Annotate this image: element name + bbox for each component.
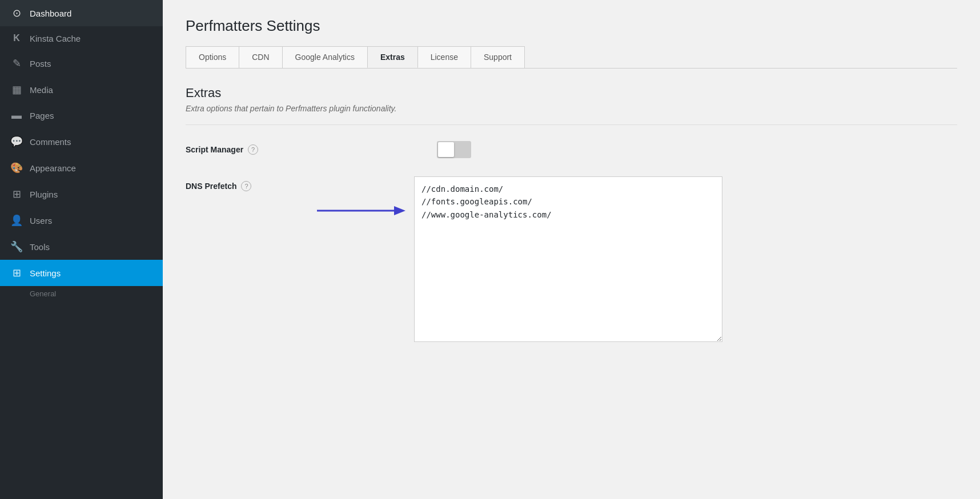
script-manager-label: Script Manager — [186, 145, 243, 154]
svg-marker-1 — [394, 206, 405, 215]
sidebar-label-kinsta: Kinsta Cache — [30, 34, 81, 43]
sidebar-label-posts: Posts — [30, 59, 51, 69]
toggle-knob — [438, 142, 454, 157]
sidebar-item-media[interactable]: ▦ Media — [0, 77, 163, 103]
dns-prefetch-label: DNS Prefetch — [186, 182, 236, 191]
tab-cdn[interactable]: CDN — [239, 46, 282, 68]
tab-license[interactable]: License — [417, 46, 471, 68]
tabs-bar: Options CDN Google Analytics Extras Lice… — [186, 46, 957, 69]
sidebar-label-plugins: Plugins — [30, 190, 58, 199]
sidebar-item-posts[interactable]: ✎ Posts — [0, 50, 163, 77]
section-description: Extra options that pertain to Perfmatter… — [186, 104, 957, 113]
sidebar-label-users: Users — [30, 216, 52, 226]
sidebar-item-dashboard[interactable]: ⊙ Dashboard — [0, 0, 163, 26]
script-manager-help-icon[interactable]: ? — [248, 144, 258, 155]
sidebar-label-settings: Settings — [30, 268, 61, 278]
tab-options[interactable]: Options — [186, 46, 239, 68]
sidebar-label-appearance: Appearance — [30, 163, 76, 173]
dns-prefetch-row: DNS Prefetch ? //cdn.domain.com/ //fonts… — [186, 176, 957, 342]
users-icon: 👤 — [10, 214, 23, 227]
posts-icon: ✎ — [10, 57, 23, 70]
sidebar-label-dashboard: Dashboard — [30, 9, 71, 18]
tab-support[interactable]: Support — [471, 46, 525, 68]
sidebar: ⊙ Dashboard K Kinsta Cache ✎ Posts ▦ Med… — [0, 0, 163, 499]
pages-icon: ▬ — [10, 110, 23, 122]
sidebar-item-appearance[interactable]: 🎨 Appearance — [0, 155, 163, 181]
main-content: Perfmatters Settings Options CDN Google … — [163, 0, 980, 499]
sidebar-label-pages: Pages — [30, 111, 54, 120]
sidebar-label-comments: Comments — [30, 137, 71, 147]
dns-arrow-icon — [317, 199, 408, 222]
sidebar-item-tools[interactable]: 🔧 Tools — [0, 234, 163, 260]
sidebar-item-users[interactable]: 👤 Users — [0, 207, 163, 234]
script-manager-toggle-wrap — [437, 141, 471, 158]
tools-icon: 🔧 — [10, 240, 23, 253]
sidebar-item-comments[interactable]: 💬 Comments — [0, 128, 163, 155]
section-divider — [186, 124, 957, 125]
page-title: Perfmatters Settings — [186, 17, 957, 35]
kinsta-icon: K — [10, 33, 23, 43]
sidebar-item-settings[interactable]: ⊞ Settings — [0, 260, 163, 286]
dashboard-icon: ⊙ — [10, 7, 23, 19]
sidebar-label-media: Media — [30, 85, 53, 95]
appearance-icon: 🎨 — [10, 162, 23, 174]
sidebar-item-pages[interactable]: ▬ Pages — [0, 103, 163, 128]
media-icon: ▦ — [10, 83, 23, 96]
comments-icon: 💬 — [10, 135, 23, 148]
tab-extras[interactable]: Extras — [367, 46, 418, 68]
dns-prefetch-label-group: DNS Prefetch ? — [186, 176, 311, 191]
script-manager-label-group: Script Manager ? — [186, 141, 311, 155]
sidebar-sub-general[interactable]: General — [0, 286, 163, 301]
plugins-icon: ⊞ — [10, 188, 23, 200]
script-manager-toggle[interactable] — [437, 141, 471, 158]
arrow-area — [311, 176, 414, 222]
tab-google-analytics[interactable]: Google Analytics — [282, 46, 368, 68]
dns-prefetch-help-icon[interactable]: ? — [241, 181, 251, 191]
settings-icon: ⊞ — [10, 267, 23, 279]
sidebar-label-tools: Tools — [30, 242, 50, 252]
script-manager-row: Script Manager ? — [186, 141, 957, 158]
dns-prefetch-textarea[interactable]: //cdn.domain.com/ //fonts.googleapis.com… — [414, 176, 722, 342]
sidebar-item-kinsta-cache[interactable]: K Kinsta Cache — [0, 26, 163, 50]
section-title: Extras — [186, 86, 957, 100]
sidebar-item-plugins[interactable]: ⊞ Plugins — [0, 181, 163, 207]
